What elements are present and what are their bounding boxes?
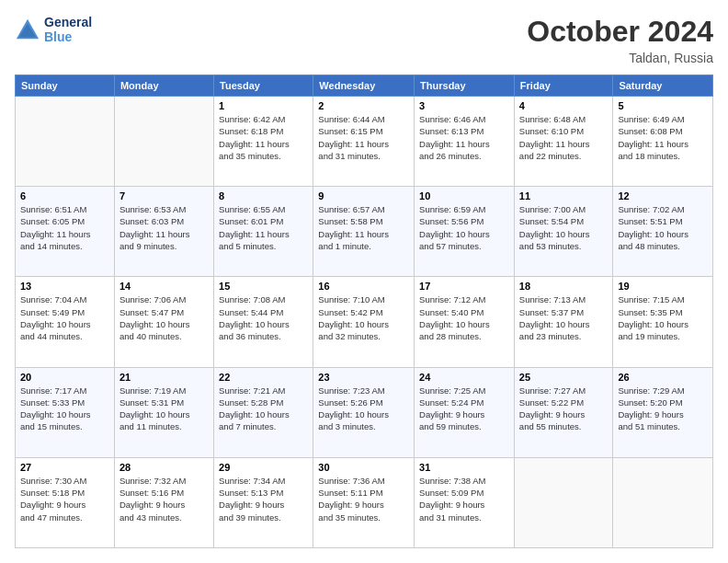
week-row-2: 6Sunrise: 6:51 AM Sunset: 6:05 PM Daylig…: [16, 187, 713, 277]
day-number: 14: [119, 281, 209, 292]
day-detail: Sunrise: 7:34 AM Sunset: 5:13 PM Dayligh…: [219, 475, 308, 523]
calendar-cell: 31Sunrise: 7:38 AM Sunset: 5:09 PM Dayli…: [415, 457, 515, 547]
day-detail: Sunrise: 7:36 AM Sunset: 5:11 PM Dayligh…: [318, 475, 409, 523]
day-detail: Sunrise: 7:02 AM Sunset: 5:51 PM Dayligh…: [618, 203, 708, 252]
day-detail: Sunrise: 7:13 AM Sunset: 5:37 PM Dayligh…: [519, 293, 609, 342]
day-detail: Sunrise: 7:15 AM Sunset: 5:35 PM Dayligh…: [618, 293, 708, 342]
day-number: 6: [20, 190, 109, 201]
day-number: 17: [419, 281, 509, 292]
day-detail: Sunrise: 7:19 AM Sunset: 5:31 PM Dayligh…: [119, 385, 209, 433]
title-block: October 2024 Taldan, Russia: [527, 15, 713, 65]
day-number: 16: [318, 281, 409, 292]
day-detail: Sunrise: 7:38 AM Sunset: 5:09 PM Dayligh…: [419, 475, 509, 523]
day-detail: Sunrise: 7:30 AM Sunset: 5:18 PM Dayligh…: [20, 475, 109, 523]
calendar-cell: 21Sunrise: 7:19 AM Sunset: 5:31 PM Dayli…: [114, 367, 213, 457]
calendar-cell: [514, 457, 613, 547]
day-number: 13: [20, 281, 109, 292]
logo-text: General Blue: [44, 15, 92, 44]
day-detail: Sunrise: 6:48 AM Sunset: 6:10 PM Dayligh…: [519, 113, 609, 162]
calendar-cell: 24Sunrise: 7:25 AM Sunset: 5:24 PM Dayli…: [415, 367, 515, 457]
calendar-cell: [114, 97, 213, 187]
day-detail: Sunrise: 7:08 AM Sunset: 5:44 PM Dayligh…: [219, 293, 308, 342]
calendar-cell: 19Sunrise: 7:15 AM Sunset: 5:35 PM Dayli…: [613, 277, 713, 367]
calendar-cell: [16, 97, 115, 187]
calendar-cell: 9Sunrise: 6:57 AM Sunset: 5:58 PM Daylig…: [313, 187, 415, 277]
calendar-cell: 15Sunrise: 7:08 AM Sunset: 5:44 PM Dayli…: [214, 277, 313, 367]
day-detail: Sunrise: 7:25 AM Sunset: 5:24 PM Dayligh…: [419, 385, 509, 433]
day-detail: Sunrise: 6:51 AM Sunset: 6:05 PM Dayligh…: [20, 203, 109, 252]
day-number: 18: [519, 281, 609, 292]
day-number: 3: [419, 100, 509, 111]
logo-icon: [15, 17, 40, 42]
calendar-cell: 26Sunrise: 7:29 AM Sunset: 5:20 PM Dayli…: [613, 367, 713, 457]
day-detail: Sunrise: 6:53 AM Sunset: 6:03 PM Dayligh…: [119, 203, 209, 252]
calendar-cell: 22Sunrise: 7:21 AM Sunset: 5:28 PM Dayli…: [214, 367, 313, 457]
day-number: 7: [119, 190, 209, 201]
logo: General Blue: [15, 15, 92, 44]
day-number: 15: [219, 281, 308, 292]
day-detail: Sunrise: 7:27 AM Sunset: 5:22 PM Dayligh…: [519, 385, 609, 433]
day-number: 1: [219, 100, 308, 111]
day-detail: Sunrise: 6:49 AM Sunset: 6:08 PM Dayligh…: [618, 113, 708, 162]
day-number: 22: [219, 372, 308, 383]
day-number: 20: [20, 372, 109, 383]
week-row-5: 27Sunrise: 7:30 AM Sunset: 5:18 PM Dayli…: [16, 457, 713, 547]
header-friday: Friday: [514, 75, 613, 97]
day-number: 12: [618, 190, 708, 201]
day-number: 23: [318, 372, 409, 383]
calendar-cell: 11Sunrise: 7:00 AM Sunset: 5:54 PM Dayli…: [514, 187, 613, 277]
day-detail: Sunrise: 7:17 AM Sunset: 5:33 PM Dayligh…: [20, 385, 109, 433]
day-number: 11: [519, 190, 609, 201]
location: Taldan, Russia: [527, 51, 713, 65]
day-number: 31: [419, 462, 509, 473]
calendar-cell: 12Sunrise: 7:02 AM Sunset: 5:51 PM Dayli…: [613, 187, 713, 277]
calendar-cell: 14Sunrise: 7:06 AM Sunset: 5:47 PM Dayli…: [114, 277, 213, 367]
week-row-1: 1Sunrise: 6:42 AM Sunset: 6:18 PM Daylig…: [16, 97, 713, 187]
day-detail: Sunrise: 6:57 AM Sunset: 5:58 PM Dayligh…: [318, 203, 409, 252]
header-tuesday: Tuesday: [214, 75, 313, 97]
header-thursday: Thursday: [415, 75, 515, 97]
calendar-cell: 8Sunrise: 6:55 AM Sunset: 6:01 PM Daylig…: [214, 187, 313, 277]
day-detail: Sunrise: 6:59 AM Sunset: 5:56 PM Dayligh…: [419, 203, 509, 252]
calendar-cell: 23Sunrise: 7:23 AM Sunset: 5:26 PM Dayli…: [313, 367, 415, 457]
week-row-3: 13Sunrise: 7:04 AM Sunset: 5:49 PM Dayli…: [16, 277, 713, 367]
calendar-cell: 29Sunrise: 7:34 AM Sunset: 5:13 PM Dayli…: [214, 457, 313, 547]
day-detail: Sunrise: 7:23 AM Sunset: 5:26 PM Dayligh…: [318, 385, 409, 433]
day-number: 25: [519, 372, 609, 383]
header-sunday: Sunday: [16, 75, 115, 97]
calendar-cell: 5Sunrise: 6:49 AM Sunset: 6:08 PM Daylig…: [613, 97, 713, 187]
calendar-cell: 20Sunrise: 7:17 AM Sunset: 5:33 PM Dayli…: [16, 367, 115, 457]
day-detail: Sunrise: 7:29 AM Sunset: 5:20 PM Dayligh…: [618, 385, 708, 433]
day-detail: Sunrise: 6:55 AM Sunset: 6:01 PM Dayligh…: [219, 203, 308, 252]
calendar-cell: 28Sunrise: 7:32 AM Sunset: 5:16 PM Dayli…: [114, 457, 213, 547]
calendar-cell: 6Sunrise: 6:51 AM Sunset: 6:05 PM Daylig…: [16, 187, 115, 277]
day-number: 28: [119, 462, 209, 473]
day-number: 21: [119, 372, 209, 383]
calendar-cell: 13Sunrise: 7:04 AM Sunset: 5:49 PM Dayli…: [16, 277, 115, 367]
calendar-cell: 17Sunrise: 7:12 AM Sunset: 5:40 PM Dayli…: [415, 277, 515, 367]
day-detail: Sunrise: 6:46 AM Sunset: 6:13 PM Dayligh…: [419, 113, 509, 162]
day-detail: Sunrise: 7:04 AM Sunset: 5:49 PM Dayligh…: [20, 293, 109, 342]
calendar-cell: 18Sunrise: 7:13 AM Sunset: 5:37 PM Dayli…: [514, 277, 613, 367]
day-number: 26: [618, 372, 708, 383]
calendar-cell: 1Sunrise: 6:42 AM Sunset: 6:18 PM Daylig…: [214, 97, 313, 187]
day-detail: Sunrise: 6:42 AM Sunset: 6:18 PM Dayligh…: [219, 113, 308, 162]
calendar-cell: 7Sunrise: 6:53 AM Sunset: 6:03 PM Daylig…: [114, 187, 213, 277]
day-number: 4: [519, 100, 609, 111]
day-number: 19: [618, 281, 708, 292]
day-detail: Sunrise: 7:00 AM Sunset: 5:54 PM Dayligh…: [519, 203, 609, 252]
day-number: 30: [318, 462, 409, 473]
calendar-cell: [613, 457, 713, 547]
day-number: 5: [618, 100, 708, 111]
day-number: 29: [219, 462, 308, 473]
day-number: 9: [318, 190, 409, 201]
calendar-cell: 27Sunrise: 7:30 AM Sunset: 5:18 PM Dayli…: [16, 457, 115, 547]
day-detail: Sunrise: 6:44 AM Sunset: 6:15 PM Dayligh…: [318, 113, 409, 162]
calendar-table: Sunday Monday Tuesday Wednesday Thursday…: [15, 75, 713, 548]
page: General Blue October 2024 Taldan, Russia…: [0, 0, 728, 563]
calendar-header-row: Sunday Monday Tuesday Wednesday Thursday…: [16, 75, 713, 97]
day-number: 8: [219, 190, 308, 201]
day-detail: Sunrise: 7:12 AM Sunset: 5:40 PM Dayligh…: [419, 293, 509, 342]
calendar-cell: 16Sunrise: 7:10 AM Sunset: 5:42 PM Dayli…: [313, 277, 415, 367]
calendar-cell: 30Sunrise: 7:36 AM Sunset: 5:11 PM Dayli…: [313, 457, 415, 547]
